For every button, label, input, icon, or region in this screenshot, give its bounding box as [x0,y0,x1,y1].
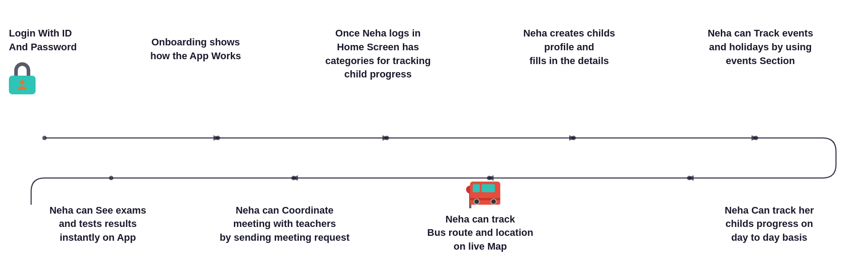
svg-marker-9 [213,135,221,141]
svg-point-8 [687,176,691,180]
step6-item: Neha can See exams and tests results ins… [36,204,160,245]
step5-item: Neha can Track events and holidays by us… [694,27,827,68]
step6-text: Neha can See exams and tests results ins… [36,204,160,245]
lock-icon [9,62,36,94]
svg-marker-12 [751,135,759,141]
step5-text: Neha can Track events and holidays by us… [694,27,827,68]
svg-point-5 [109,176,113,180]
step2-item: Onboarding shows how the App Works [138,36,253,63]
step2-text: Onboarding shows how the App Works [138,36,253,63]
step1-item: Login With ID And Password [9,27,116,94]
flow-container: Login With ID And Password Onboarding sh… [0,0,868,267]
step3-text: Once Neha logs in Home Screen has catego… [311,27,445,81]
svg-point-0 [42,136,47,140]
svg-point-1 [216,136,220,140]
step7-text: Neha can Coordinate meeting with teacher… [218,204,351,245]
step8-item: Neha can track Bus route and location on… [418,175,542,254]
step9-item: Neha Can track her childs progress on da… [703,204,836,245]
step4-item: Neha creates childs profile and fills in… [507,27,631,68]
svg-point-16 [20,80,24,85]
svg-marker-15 [687,175,694,181]
step4-text: Neha creates childs profile and fills in… [507,27,631,68]
svg-point-4 [754,136,758,140]
bus-icon [460,175,500,208]
step7-item: Neha can Coordinate meeting with teacher… [218,204,351,245]
step1-text: Login With ID And Password [9,27,116,54]
step9-text: Neha Can track her childs progress on da… [703,204,836,245]
svg-marker-10 [382,135,390,141]
step8-text: Neha can track Bus route and location on… [427,213,533,254]
svg-marker-11 [569,135,576,141]
step3-item: Once Neha logs in Home Screen has catego… [311,27,445,81]
svg-point-6 [291,176,296,180]
svg-point-3 [571,136,576,140]
svg-marker-13 [291,175,298,181]
svg-point-2 [385,136,389,140]
